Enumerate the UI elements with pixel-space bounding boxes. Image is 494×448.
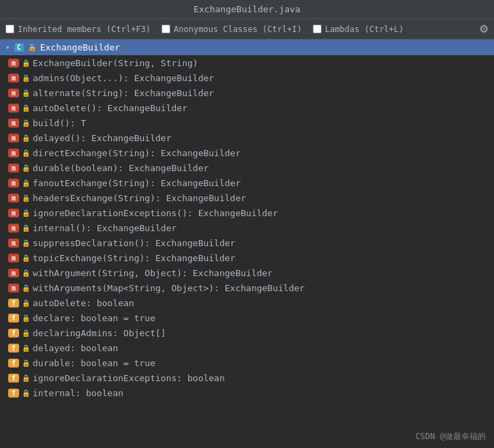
member-text: fanoutExchange(String): ExchangeBuilder [33,178,241,188]
member-item[interactable]: m🔒delayed(): ExchangeBuilder [0,130,494,145]
member-text: internal(): ExchangeBuilder [33,223,176,233]
class-badge: C [14,43,24,52]
member-lock-icon: 🔒 [22,119,30,127]
member-list: m🔒ExchangeBuilder(String, String)m🔒admin… [0,55,494,436]
member-lock-icon: 🔒 [22,344,30,352]
member-text: declare: boolean = true [33,313,155,323]
f-badge: f [8,359,19,368]
member-text: autoDelete(): ExchangeBuilder [33,103,187,113]
f-badge: f [8,344,19,353]
member-text: build(): T [33,118,86,128]
member-lock-icon: 🔒 [22,269,30,277]
member-text: suppressDeclaration(): ExchangeBuilder [33,238,235,248]
member-item[interactable]: m🔒alternate(String): ExchangeBuilder [0,85,494,100]
member-item[interactable]: m🔒ExchangeBuilder(String, String) [0,55,494,70]
member-lock-icon: 🔒 [22,149,30,157]
member-item[interactable]: m🔒fanoutExchange(String): ExchangeBuilde… [0,175,494,190]
member-item[interactable]: f🔒delayed: boolean [0,340,494,355]
member-lock-icon: 🔒 [22,239,30,247]
member-text: ignoreDeclarationExceptions(): ExchangeB… [33,208,278,218]
m-badge: m [8,134,19,143]
lock-icon: 🔒 [28,44,36,51]
f-badge: f [8,374,19,383]
member-item[interactable]: m🔒admins(Object...): ExchangeBuilder [0,70,494,85]
member-item[interactable]: m🔒durable(boolean): ExchangeBuilder [0,160,494,175]
member-lock-icon: 🔒 [22,314,30,322]
member-text: durable(boolean): ExchangeBuilder [33,163,209,173]
m-badge: m [8,209,19,218]
member-item[interactable]: m🔒withArguments(Map<String, Object>): Ex… [0,280,494,295]
m-badge: m [8,119,19,128]
f-badge: f [8,389,19,398]
member-lock-icon: 🔒 [22,374,30,382]
f-badge: f [8,329,19,338]
member-text: withArgument(String, Object): ExchangeBu… [33,268,273,278]
m-badge: m [8,164,19,173]
member-text: ExchangeBuilder(String, String) [33,58,198,68]
member-text: delayed(): ExchangeBuilder [33,133,172,143]
member-lock-icon: 🔒 [22,329,30,337]
class-header[interactable]: ▾ C 🔒 ExchangeBuilder [0,40,494,55]
member-item[interactable]: f🔒ignoreDeclarationExceptions: boolean [0,370,494,385]
m-badge: m [8,254,19,263]
member-item[interactable]: m🔒build(): T [0,115,494,130]
member-text: directExchange(String): ExchangeBuilder [33,148,241,158]
member-item[interactable]: f🔒declare: boolean = true [0,310,494,325]
member-text: withArguments(Map<String, Object>): Exch… [33,283,305,293]
anonymous-classes-checkbox[interactable]: Anonymous Classes (Ctrl+I) [161,25,302,34]
member-item[interactable]: f🔒autoDelete: boolean [0,295,494,310]
m-badge: m [8,269,19,278]
member-lock-icon: 🔒 [22,359,30,367]
member-lock-icon: 🔒 [22,89,30,97]
member-lock-icon: 🔒 [22,389,30,397]
member-text: ignoreDeclarationExceptions: boolean [33,373,225,383]
member-text: delayed: boolean [33,343,118,353]
member-item[interactable]: m🔒headersExchange(String): ExchangeBuild… [0,190,494,205]
member-item[interactable]: f🔒durable: boolean = true [0,355,494,370]
member-lock-icon: 🔒 [22,74,30,82]
expand-arrow-icon: ▾ [5,43,10,52]
member-text: topicExchange(String): ExchangeBuilder [33,253,235,263]
member-lock-icon: 🔒 [22,254,30,262]
member-text: headersExchange(String): ExchangeBuilder [33,193,246,203]
title-bar: ExchangeBuilder.java [0,0,494,19]
lambdas-checkbox[interactable]: Lambdas (Ctrl+L) [313,25,404,34]
member-item[interactable]: m🔒ignoreDeclarationExceptions(): Exchang… [0,205,494,220]
member-text: alternate(String): ExchangeBuilder [33,88,214,98]
settings-gear-button[interactable]: ⚙ [479,23,489,35]
member-item[interactable]: f🔒internal: boolean [0,385,494,400]
watermark: CSDN @做最幸福的 [416,431,486,443]
toolbar: Inherited members (Ctrl+F3) Anonymous Cl… [0,19,494,40]
member-lock-icon: 🔒 [22,284,30,292]
member-lock-icon: 🔒 [22,224,30,232]
member-lock-icon: 🔒 [22,179,30,187]
m-badge: m [8,149,19,158]
member-lock-icon: 🔒 [22,104,30,112]
member-item[interactable]: f🔒declaringAdmins: Object[] [0,325,494,340]
file-title: ExchangeBuilder.java [194,4,300,14]
member-lock-icon: 🔒 [22,59,30,67]
member-text: declaringAdmins: Object[] [33,328,166,338]
m-badge: m [8,224,19,233]
member-item[interactable]: m🔒internal(): ExchangeBuilder [0,220,494,235]
m-badge: m [8,284,19,293]
member-lock-icon: 🔒 [22,194,30,202]
inherited-members-checkbox[interactable]: Inherited members (Ctrl+F3) [5,25,151,34]
m-badge: m [8,104,19,113]
member-item[interactable]: m🔒topicExchange(String): ExchangeBuilder [0,250,494,265]
member-item[interactable]: m🔒suppressDeclaration(): ExchangeBuilder [0,235,494,250]
m-badge: m [8,89,19,98]
m-badge: m [8,194,19,203]
member-item[interactable]: m🔒withArgument(String, Object): Exchange… [0,265,494,280]
member-item[interactable]: m🔒autoDelete(): ExchangeBuilder [0,100,494,115]
member-lock-icon: 🔒 [22,134,30,142]
member-text: admins(Object...): ExchangeBuilder [33,73,214,83]
member-item[interactable]: m🔒directExchange(String): ExchangeBuilde… [0,145,494,160]
m-badge: m [8,59,19,68]
m-badge: m [8,179,19,188]
m-badge: m [8,239,19,248]
member-lock-icon: 🔒 [22,299,30,307]
member-lock-icon: 🔒 [22,164,30,172]
member-text: internal: boolean [33,388,123,398]
f-badge: f [8,299,19,308]
